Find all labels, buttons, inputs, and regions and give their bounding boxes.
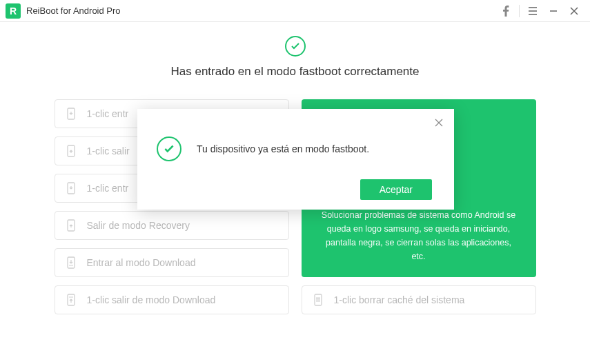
phone-upload-icon (65, 294, 77, 306)
headline: Has entrado en el modo fastboot correcta… (170, 65, 419, 79)
feature-description: Solucionar problemas de sistema como And… (318, 208, 520, 263)
option-exit-recovery[interactable]: Salir de modo Recovery (55, 211, 289, 240)
app-logo: R (6, 3, 21, 19)
option-clear-cache[interactable]: 1-clic borrar caché del sistema (302, 285, 536, 314)
titlebar-right (495, 0, 584, 22)
facebook-icon[interactable] (495, 0, 516, 22)
option-label: 1-clic salir (87, 145, 130, 156)
success-check-icon (285, 36, 306, 57)
option-enter-download[interactable]: Entrar al modo Download (55, 248, 289, 277)
modal-message: Tu dispositivo ya está en modo fastboot. (197, 143, 369, 154)
option-exit-download[interactable]: 1-clic salir de modo Download (55, 285, 289, 314)
separator (519, 5, 520, 17)
option-label: 1-clic entr (87, 108, 129, 119)
option-label: 1-clic borrar caché del sistema (334, 294, 465, 305)
close-icon[interactable] (564, 0, 584, 22)
minimize-icon[interactable] (543, 0, 564, 22)
modal-footer: Aceptar (360, 179, 432, 200)
modal-success-icon (157, 136, 181, 161)
option-label: Salir de modo Recovery (87, 220, 190, 231)
modal-close-icon[interactable] (432, 116, 446, 130)
titlebar-left: R ReiBoot for Android Pro (6, 3, 121, 19)
titlebar: R ReiBoot for Android Pro (0, 0, 590, 22)
option-label: 1-clic entr (87, 183, 129, 194)
phone-trash-icon (312, 294, 324, 306)
menu-icon[interactable] (522, 0, 543, 22)
option-label: Entrar al modo Download (87, 257, 196, 268)
option-label: 1-clic salir de modo Download (87, 294, 216, 305)
modal-dialog: Tu dispositivo ya está en modo fastboot.… (137, 109, 454, 210)
phone-up-icon (65, 145, 77, 157)
phone-up-icon (65, 219, 77, 232)
phone-download-icon (65, 256, 77, 269)
phone-down-icon (65, 108, 77, 120)
modal-body: Tu dispositivo ya está en modo fastboot. (137, 109, 454, 161)
accept-button[interactable]: Aceptar (360, 179, 432, 200)
phone-down-icon (65, 182, 77, 194)
app-title: ReiBoot for Android Pro (26, 6, 121, 16)
